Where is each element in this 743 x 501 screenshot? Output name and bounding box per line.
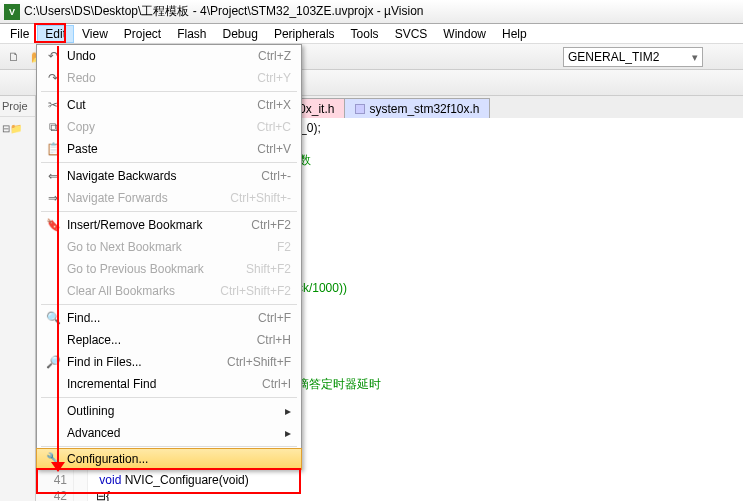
menuitem-navigate-backwards[interactable]: ⇐Navigate BackwardsCtrl+- xyxy=(37,165,301,187)
tab-system-stm32f10x-h[interactable]: system_stm32f10x.h xyxy=(344,98,490,118)
menuitem-label: Configuration... xyxy=(63,452,291,466)
menuitem-cut[interactable]: ✂CutCtrl+X xyxy=(37,94,301,116)
menuitem-shortcut: Ctrl+I xyxy=(262,377,295,391)
menu-debug[interactable]: Debug xyxy=(215,25,266,43)
fold-marker[interactable] xyxy=(74,488,88,501)
menuitem-shortcut: Ctrl+X xyxy=(257,98,295,112)
file-type-icon xyxy=(355,104,365,114)
menuitem-shortcut: Ctrl+- xyxy=(261,169,295,183)
menuitem-label: Cut xyxy=(63,98,257,112)
menuitem-redo: ↷RedoCtrl+Y xyxy=(37,67,301,89)
line-number: 41 xyxy=(36,472,74,488)
menuitem-advanced[interactable]: Advanced▸ xyxy=(37,422,301,444)
menuitem-label: Go to Next Bookmark xyxy=(63,240,277,254)
menuitem-shortcut: Ctrl+V xyxy=(257,142,295,156)
menuitem-label: Navigate Forwards xyxy=(63,191,230,205)
menu-project[interactable]: Project xyxy=(116,25,169,43)
menuitem-icon: 🔖 xyxy=(43,218,63,232)
menu-svcs[interactable]: SVCS xyxy=(387,25,436,43)
menuitem-shortcut: Ctrl+C xyxy=(257,120,295,134)
menuitem-incremental-find[interactable]: Incremental FindCtrl+I xyxy=(37,373,301,395)
menuitem-clear-all-bookmarks: Clear All BookmarksCtrl+Shift+F2 xyxy=(37,280,301,302)
project-pane[interactable]: Proje ⊟📁 xyxy=(0,96,36,501)
menu-tools[interactable]: Tools xyxy=(343,25,387,43)
menu-view[interactable]: View xyxy=(74,25,116,43)
menuitem-icon: ⇐ xyxy=(43,169,63,183)
menuitem-copy: ⧉CopyCtrl+C xyxy=(37,116,301,138)
title-bar: V C:\Users\DS\Desktop\工程模板 - 4\Project\S… xyxy=(0,0,743,24)
menuitem-find[interactable]: 🔍Find...Ctrl+F xyxy=(37,307,301,329)
new-file-icon[interactable]: 🗋 xyxy=(4,47,24,67)
menuitem-shortcut: Ctrl+Y xyxy=(257,71,295,85)
target-combo-value: GENERAL_TIM2 xyxy=(568,50,659,64)
menu-edit[interactable]: Edit xyxy=(37,25,74,43)
submenu-arrow-icon: ▸ xyxy=(285,426,295,440)
menuitem-label: Find... xyxy=(63,311,258,325)
code-text[interactable]: void NVIC_Configuare(void) xyxy=(88,472,249,488)
menuitem-label: Replace... xyxy=(63,333,257,347)
menuitem-outlining[interactable]: Outlining▸ xyxy=(37,400,301,422)
menuitem-find-in-files[interactable]: 🔎Find in Files...Ctrl+Shift+F xyxy=(37,351,301,373)
menuitem-shortcut: Shift+F2 xyxy=(246,262,295,276)
menuitem-icon: 📋 xyxy=(43,142,63,156)
menuitem-label: Incremental Find xyxy=(63,377,262,391)
project-tree[interactable]: ⊟📁 xyxy=(0,117,35,139)
menuitem-shortcut: Ctrl+Z xyxy=(258,49,295,63)
menuitem-icon: ⇒ xyxy=(43,191,63,205)
menuitem-label: Advanced xyxy=(63,426,285,440)
menuitem-insert-remove-bookmark[interactable]: 🔖Insert/Remove BookmarkCtrl+F2 xyxy=(37,214,301,236)
menu-file[interactable]: File xyxy=(2,25,37,43)
menuitem-label: Insert/Remove Bookmark xyxy=(63,218,251,232)
line-number: 42 xyxy=(36,488,74,501)
menuitem-icon: 🔍 xyxy=(43,311,63,325)
menuitem-label: Navigate Backwards xyxy=(63,169,261,183)
menuitem-label: Redo xyxy=(63,71,257,85)
menuitem-shortcut: Ctrl+Shift+- xyxy=(230,191,295,205)
menu-flash[interactable]: Flash xyxy=(169,25,214,43)
menuitem-replace[interactable]: Replace...Ctrl+H xyxy=(37,329,301,351)
menuitem-label: Go to Previous Bookmark xyxy=(63,262,246,276)
menuitem-paste[interactable]: 📋PasteCtrl+V xyxy=(37,138,301,160)
edit-menu-dropdown: ↶UndoCtrl+Z↷RedoCtrl+Y✂CutCtrl+X⧉CopyCtr… xyxy=(36,44,302,470)
menuitem-configuration[interactable]: 🔧Configuration... xyxy=(36,448,302,470)
menuitem-label: Undo xyxy=(63,49,258,63)
menu-window[interactable]: Window xyxy=(435,25,494,43)
menuitem-icon: ↷ xyxy=(43,71,63,85)
menuitem-icon: 🔎 xyxy=(43,355,63,369)
submenu-arrow-icon: ▸ xyxy=(285,404,295,418)
tab-label: system_stm32f10x.h xyxy=(369,102,479,116)
menuitem-icon: ⧉ xyxy=(43,120,63,134)
menuitem-go-to-previous-bookmark: Go to Previous BookmarkShift+F2 xyxy=(37,258,301,280)
menuitem-shortcut: Ctrl+F xyxy=(258,311,295,325)
menuitem-go-to-next-bookmark: Go to Next BookmarkF2 xyxy=(37,236,301,258)
menuitem-shortcut: Ctrl+F2 xyxy=(251,218,295,232)
code-text[interactable]: ⊟{ xyxy=(88,488,110,501)
code-line[interactable]: 41 void NVIC_Configuare(void) xyxy=(36,472,743,488)
menuitem-label: Outlining xyxy=(63,404,285,418)
menu-peripherals[interactable]: Peripherals xyxy=(266,25,343,43)
code-line[interactable]: 42⊟{ xyxy=(36,488,743,501)
menu-help[interactable]: Help xyxy=(494,25,535,43)
menuitem-icon: ✂ xyxy=(43,98,63,112)
menuitem-shortcut: F2 xyxy=(277,240,295,254)
menuitem-label: Paste xyxy=(63,142,257,156)
menuitem-navigate-forwards: ⇒Navigate ForwardsCtrl+Shift+- xyxy=(37,187,301,209)
app-icon: V xyxy=(4,4,20,20)
menuitem-label: Find in Files... xyxy=(63,355,227,369)
menuitem-shortcut: Ctrl+H xyxy=(257,333,295,347)
menuitem-icon: ↶ xyxy=(43,49,63,63)
project-pane-label: Proje xyxy=(0,96,35,117)
target-combo[interactable]: GENERAL_TIM2 xyxy=(563,47,703,67)
menuitem-undo[interactable]: ↶UndoCtrl+Z xyxy=(37,45,301,67)
menuitem-label: Copy xyxy=(63,120,257,134)
menuitem-icon: 🔧 xyxy=(43,452,63,466)
fold-marker[interactable] xyxy=(74,472,88,488)
menu-bar: FileEditViewProjectFlashDebugPeripherals… xyxy=(0,24,743,44)
menuitem-shortcut: Ctrl+Shift+F xyxy=(227,355,295,369)
window-title: C:\Users\DS\Desktop\工程模板 - 4\Project\STM… xyxy=(24,3,424,20)
menuitem-shortcut: Ctrl+Shift+F2 xyxy=(220,284,295,298)
menuitem-label: Clear All Bookmarks xyxy=(63,284,220,298)
